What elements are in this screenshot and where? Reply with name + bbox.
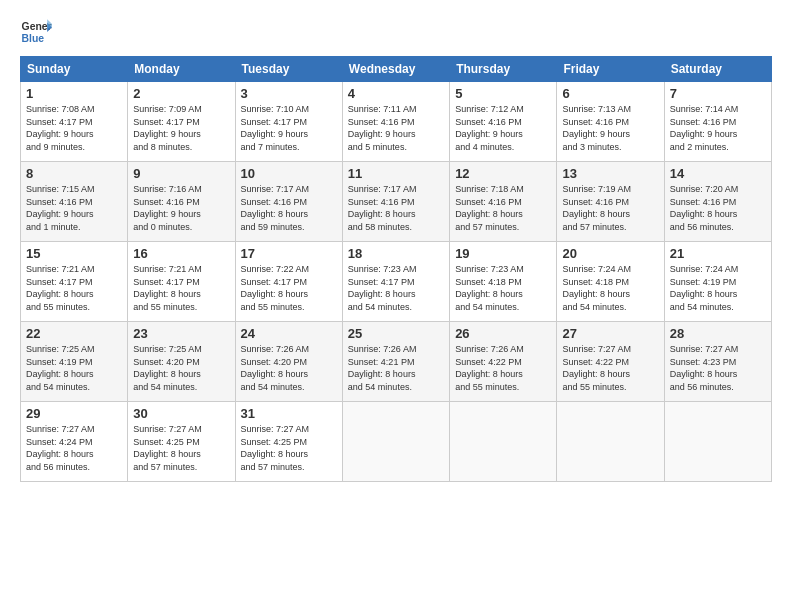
day-cell: 14Sunrise: 7:20 AM Sunset: 4:16 PM Dayli… <box>664 162 771 242</box>
day-info: Sunrise: 7:24 AM Sunset: 4:19 PM Dayligh… <box>670 263 766 313</box>
day-number: 29 <box>26 406 122 421</box>
day-info: Sunrise: 7:22 AM Sunset: 4:17 PM Dayligh… <box>241 263 337 313</box>
day-info: Sunrise: 7:16 AM Sunset: 4:16 PM Dayligh… <box>133 183 229 233</box>
day-number: 12 <box>455 166 551 181</box>
day-number: 21 <box>670 246 766 261</box>
day-cell: 11Sunrise: 7:17 AM Sunset: 4:16 PM Dayli… <box>342 162 449 242</box>
day-info: Sunrise: 7:26 AM Sunset: 4:21 PM Dayligh… <box>348 343 444 393</box>
day-number: 9 <box>133 166 229 181</box>
day-info: Sunrise: 7:26 AM Sunset: 4:20 PM Dayligh… <box>241 343 337 393</box>
day-number: 6 <box>562 86 658 101</box>
day-info: Sunrise: 7:23 AM Sunset: 4:17 PM Dayligh… <box>348 263 444 313</box>
day-cell: 16Sunrise: 7:21 AM Sunset: 4:17 PM Dayli… <box>128 242 235 322</box>
day-cell: 3Sunrise: 7:10 AM Sunset: 4:17 PM Daylig… <box>235 82 342 162</box>
day-info: Sunrise: 7:27 AM Sunset: 4:25 PM Dayligh… <box>241 423 337 473</box>
day-info: Sunrise: 7:27 AM Sunset: 4:25 PM Dayligh… <box>133 423 229 473</box>
day-cell: 18Sunrise: 7:23 AM Sunset: 4:17 PM Dayli… <box>342 242 449 322</box>
header-row: SundayMondayTuesdayWednesdayThursdayFrid… <box>21 57 772 82</box>
day-number: 22 <box>26 326 122 341</box>
day-info: Sunrise: 7:20 AM Sunset: 4:16 PM Dayligh… <box>670 183 766 233</box>
day-number: 23 <box>133 326 229 341</box>
day-info: Sunrise: 7:21 AM Sunset: 4:17 PM Dayligh… <box>26 263 122 313</box>
day-cell <box>557 402 664 482</box>
logo-icon: General Blue <box>20 16 52 48</box>
day-number: 5 <box>455 86 551 101</box>
day-cell: 24Sunrise: 7:26 AM Sunset: 4:20 PM Dayli… <box>235 322 342 402</box>
day-info: Sunrise: 7:09 AM Sunset: 4:17 PM Dayligh… <box>133 103 229 153</box>
day-cell: 12Sunrise: 7:18 AM Sunset: 4:16 PM Dayli… <box>450 162 557 242</box>
day-number: 13 <box>562 166 658 181</box>
day-cell: 29Sunrise: 7:27 AM Sunset: 4:24 PM Dayli… <box>21 402 128 482</box>
week-row-3: 15Sunrise: 7:21 AM Sunset: 4:17 PM Dayli… <box>21 242 772 322</box>
day-info: Sunrise: 7:23 AM Sunset: 4:18 PM Dayligh… <box>455 263 551 313</box>
day-cell: 28Sunrise: 7:27 AM Sunset: 4:23 PM Dayli… <box>664 322 771 402</box>
day-cell: 15Sunrise: 7:21 AM Sunset: 4:17 PM Dayli… <box>21 242 128 322</box>
week-row-5: 29Sunrise: 7:27 AM Sunset: 4:24 PM Dayli… <box>21 402 772 482</box>
week-row-2: 8Sunrise: 7:15 AM Sunset: 4:16 PM Daylig… <box>21 162 772 242</box>
day-info: Sunrise: 7:21 AM Sunset: 4:17 PM Dayligh… <box>133 263 229 313</box>
header-cell-sunday: Sunday <box>21 57 128 82</box>
day-number: 7 <box>670 86 766 101</box>
day-cell: 26Sunrise: 7:26 AM Sunset: 4:22 PM Dayli… <box>450 322 557 402</box>
logo: General Blue <box>20 16 52 48</box>
day-number: 10 <box>241 166 337 181</box>
day-info: Sunrise: 7:18 AM Sunset: 4:16 PM Dayligh… <box>455 183 551 233</box>
day-info: Sunrise: 7:17 AM Sunset: 4:16 PM Dayligh… <box>241 183 337 233</box>
day-cell <box>342 402 449 482</box>
day-cell: 8Sunrise: 7:15 AM Sunset: 4:16 PM Daylig… <box>21 162 128 242</box>
day-number: 27 <box>562 326 658 341</box>
day-cell: 1Sunrise: 7:08 AM Sunset: 4:17 PM Daylig… <box>21 82 128 162</box>
day-cell: 17Sunrise: 7:22 AM Sunset: 4:17 PM Dayli… <box>235 242 342 322</box>
day-cell: 30Sunrise: 7:27 AM Sunset: 4:25 PM Dayli… <box>128 402 235 482</box>
day-number: 19 <box>455 246 551 261</box>
page-header: General Blue <box>20 16 772 48</box>
day-info: Sunrise: 7:08 AM Sunset: 4:17 PM Dayligh… <box>26 103 122 153</box>
header-cell-saturday: Saturday <box>664 57 771 82</box>
day-cell: 9Sunrise: 7:16 AM Sunset: 4:16 PM Daylig… <box>128 162 235 242</box>
day-cell: 20Sunrise: 7:24 AM Sunset: 4:18 PM Dayli… <box>557 242 664 322</box>
header-cell-tuesday: Tuesday <box>235 57 342 82</box>
day-info: Sunrise: 7:13 AM Sunset: 4:16 PM Dayligh… <box>562 103 658 153</box>
day-number: 25 <box>348 326 444 341</box>
day-cell: 5Sunrise: 7:12 AM Sunset: 4:16 PM Daylig… <box>450 82 557 162</box>
day-number: 17 <box>241 246 337 261</box>
day-number: 18 <box>348 246 444 261</box>
day-number: 2 <box>133 86 229 101</box>
day-info: Sunrise: 7:14 AM Sunset: 4:16 PM Dayligh… <box>670 103 766 153</box>
day-cell: 6Sunrise: 7:13 AM Sunset: 4:16 PM Daylig… <box>557 82 664 162</box>
day-info: Sunrise: 7:24 AM Sunset: 4:18 PM Dayligh… <box>562 263 658 313</box>
day-info: Sunrise: 7:10 AM Sunset: 4:17 PM Dayligh… <box>241 103 337 153</box>
day-number: 3 <box>241 86 337 101</box>
day-number: 11 <box>348 166 444 181</box>
week-row-1: 1Sunrise: 7:08 AM Sunset: 4:17 PM Daylig… <box>21 82 772 162</box>
day-cell: 10Sunrise: 7:17 AM Sunset: 4:16 PM Dayli… <box>235 162 342 242</box>
day-number: 1 <box>26 86 122 101</box>
day-cell <box>450 402 557 482</box>
day-info: Sunrise: 7:15 AM Sunset: 4:16 PM Dayligh… <box>26 183 122 233</box>
calendar-header: SundayMondayTuesdayWednesdayThursdayFrid… <box>21 57 772 82</box>
day-number: 16 <box>133 246 229 261</box>
header-cell-friday: Friday <box>557 57 664 82</box>
day-number: 26 <box>455 326 551 341</box>
day-info: Sunrise: 7:27 AM Sunset: 4:23 PM Dayligh… <box>670 343 766 393</box>
day-cell: 4Sunrise: 7:11 AM Sunset: 4:16 PM Daylig… <box>342 82 449 162</box>
day-info: Sunrise: 7:11 AM Sunset: 4:16 PM Dayligh… <box>348 103 444 153</box>
header-cell-monday: Monday <box>128 57 235 82</box>
day-info: Sunrise: 7:17 AM Sunset: 4:16 PM Dayligh… <box>348 183 444 233</box>
week-row-4: 22Sunrise: 7:25 AM Sunset: 4:19 PM Dayli… <box>21 322 772 402</box>
day-cell: 7Sunrise: 7:14 AM Sunset: 4:16 PM Daylig… <box>664 82 771 162</box>
header-cell-wednesday: Wednesday <box>342 57 449 82</box>
day-number: 28 <box>670 326 766 341</box>
day-cell <box>664 402 771 482</box>
day-number: 8 <box>26 166 122 181</box>
header-cell-thursday: Thursday <box>450 57 557 82</box>
calendar-body: 1Sunrise: 7:08 AM Sunset: 4:17 PM Daylig… <box>21 82 772 482</box>
day-number: 15 <box>26 246 122 261</box>
day-cell: 19Sunrise: 7:23 AM Sunset: 4:18 PM Dayli… <box>450 242 557 322</box>
day-cell: 25Sunrise: 7:26 AM Sunset: 4:21 PM Dayli… <box>342 322 449 402</box>
day-info: Sunrise: 7:27 AM Sunset: 4:24 PM Dayligh… <box>26 423 122 473</box>
day-info: Sunrise: 7:25 AM Sunset: 4:19 PM Dayligh… <box>26 343 122 393</box>
day-number: 14 <box>670 166 766 181</box>
day-cell: 2Sunrise: 7:09 AM Sunset: 4:17 PM Daylig… <box>128 82 235 162</box>
day-number: 31 <box>241 406 337 421</box>
